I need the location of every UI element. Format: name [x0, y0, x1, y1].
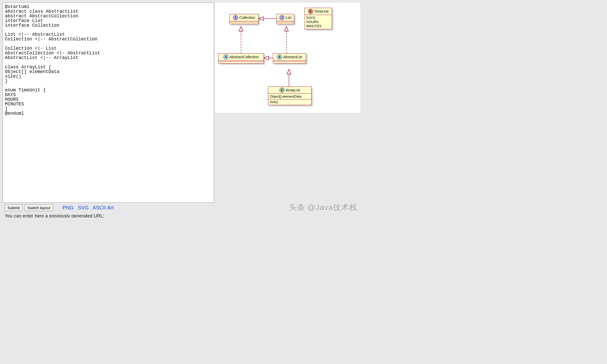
- class-field: Object[] elementData: [270, 94, 310, 99]
- hint-text: You can enter here a previously generate…: [0, 212, 363, 217]
- controls-bar: Submit Switch layout PNG SVG ASCII Art: [0, 203, 363, 212]
- enum-badge-icon: E: [308, 9, 313, 14]
- enum-item: HOURS: [306, 20, 330, 24]
- uml-class-timeunit: E TimeUnit DAYS HOURS MINUTES: [305, 8, 332, 29]
- uml-class-abstractlist: A AbstractList: [273, 53, 306, 63]
- uml-class-collection: I Collection: [230, 14, 259, 24]
- class-name: ArrayList: [286, 88, 300, 92]
- class-name: AbstractCollection: [230, 55, 259, 59]
- class-name: TimeUnit: [314, 9, 329, 13]
- ascii-art-link[interactable]: ASCII Art: [93, 205, 114, 210]
- class-badge-icon: C: [279, 88, 285, 93]
- uml-diagram-panel: I Collection I List E TimeUnit DAYS HOUR…: [215, 3, 360, 113]
- svg-link[interactable]: SVG: [78, 205, 89, 210]
- enum-item: MINUTES: [306, 24, 330, 28]
- switch-layout-button[interactable]: Switch layout: [25, 204, 53, 211]
- abstract-badge-icon: A: [277, 54, 282, 60]
- enum-item: DAYS: [306, 16, 330, 20]
- interface-badge-icon: I: [279, 15, 285, 20]
- png-link[interactable]: PNG: [62, 205, 74, 210]
- uml-class-list: I List: [277, 14, 294, 24]
- class-name: List: [286, 16, 291, 20]
- class-name: AbstractList: [283, 55, 302, 59]
- code-editor[interactable]: @startuml abstract class AbstractList ab…: [3, 3, 214, 203]
- interface-badge-icon: I: [233, 15, 238, 20]
- class-name: Collection: [239, 16, 255, 20]
- uml-class-abstractcollection: A AbstractCollection: [218, 53, 264, 63]
- class-method: size(): [270, 100, 310, 104]
- uml-class-arraylist: C ArrayList Object[] elementData size(): [268, 86, 312, 105]
- abstract-badge-icon: A: [223, 54, 229, 60]
- submit-button[interactable]: Submit: [5, 204, 23, 211]
